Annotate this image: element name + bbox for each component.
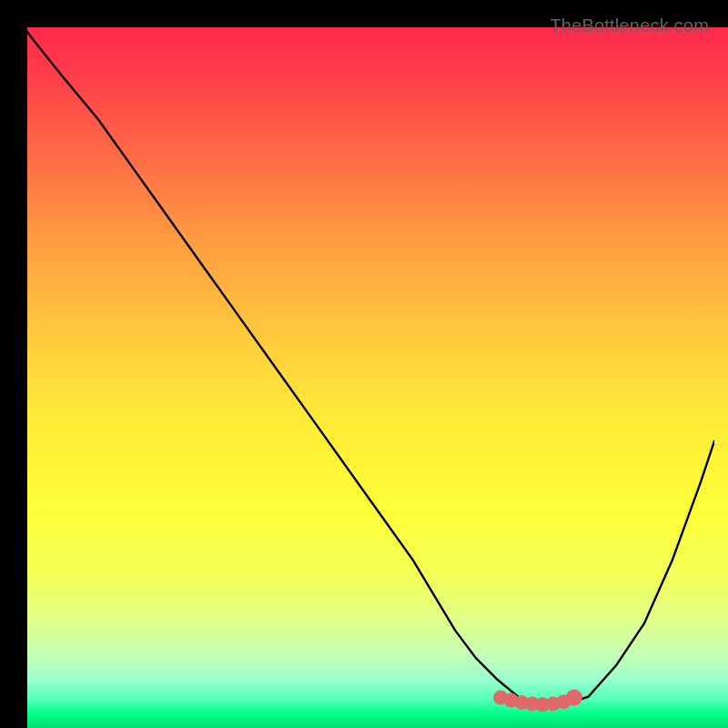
watermark-text: TheBottleneck.com [550,15,709,36]
chart-frame: TheBottleneck.com [14,14,714,714]
plot-gradient-background [27,27,728,728]
